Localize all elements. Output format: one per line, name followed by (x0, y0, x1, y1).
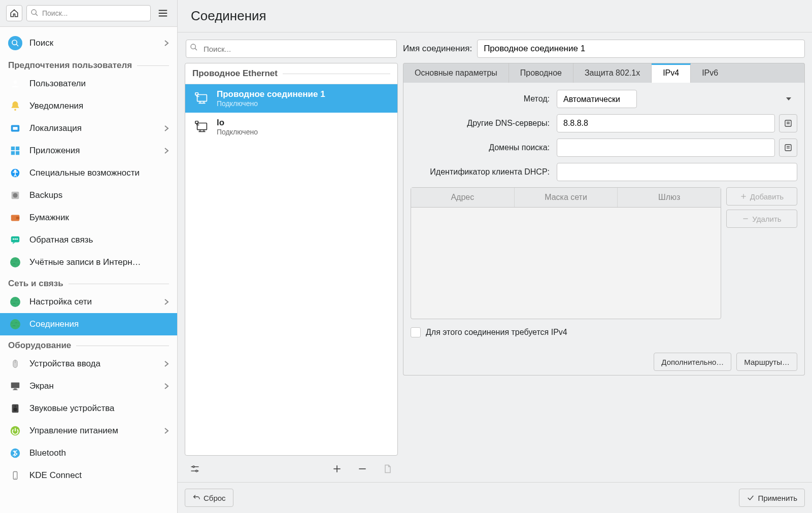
sidebar-item[interactable]: KDE Connect (0, 464, 177, 487)
sidebar-item[interactable]: Локализация (0, 117, 177, 140)
sidebar-item-label: KDE Connect (29, 470, 82, 481)
col-gateway: Шлюз (618, 188, 721, 207)
minus-icon (742, 215, 749, 222)
sidebar-item-label: Поиск (29, 38, 53, 48)
search-domains-input[interactable] (557, 139, 775, 157)
method-select[interactable]: Автоматически (557, 90, 637, 108)
sidebar-item[interactable]: Специальные возможности (0, 162, 177, 184)
remove-address-button[interactable]: Удалить (726, 210, 797, 228)
sidebar-item[interactable]: Устройства ввода (0, 353, 177, 375)
connection-details: Имя соединения: Основные параметрыПровод… (403, 40, 805, 482)
sidebar-item[interactable]: Экран (0, 375, 177, 397)
svg-rect-10 (13, 127, 17, 130)
apps-icon (8, 144, 22, 158)
svg-rect-53 (195, 121, 198, 124)
connection-title: lo (217, 118, 258, 128)
sidebar-search-item[interactable]: Поиск (0, 31, 177, 55)
col-address: Адрес (411, 188, 515, 207)
sidebar-item[interactable]: Учётные записи в Интерн… (0, 251, 177, 273)
svg-point-59 (196, 470, 197, 472)
dhcp-client-id-input[interactable] (557, 163, 797, 181)
connection-search-input[interactable] (186, 40, 397, 58)
sidebar-item-label: Устройства ввода (29, 359, 100, 369)
hamburger-icon (157, 8, 168, 19)
tab[interactable]: IPv6 (691, 63, 729, 83)
addresses-buttons: Добавить Удалить (726, 187, 797, 319)
flag-icon (8, 121, 22, 135)
connection-status: Подключено (217, 128, 258, 136)
dns-input[interactable] (557, 114, 775, 132)
svg-rect-49 (197, 123, 207, 130)
sidebar-item[interactable]: Бумажник (0, 207, 177, 229)
bell-icon (8, 99, 22, 113)
tab[interactable]: Основные параметры (403, 63, 509, 83)
add-connection-button[interactable] (330, 462, 344, 476)
advanced-button[interactable]: Дополнительно… (654, 353, 731, 371)
section-title: Предпочтения пользователя (8, 60, 132, 71)
edit-list-icon (784, 119, 793, 128)
sidebar-item[interactable]: Приложения (0, 140, 177, 162)
svg-point-23 (15, 238, 16, 240)
configure-button[interactable] (188, 462, 202, 476)
minus-icon (357, 464, 367, 474)
tab[interactable]: Защита 802.1x (573, 63, 652, 83)
routes-button[interactable]: Маршруты… (736, 353, 797, 371)
main-header: Соединения (178, 0, 812, 32)
apply-button[interactable]: Применить (739, 489, 805, 507)
sidebar-item[interactable]: Backups (0, 184, 177, 207)
svg-point-7 (14, 80, 17, 84)
chat-icon (8, 233, 22, 247)
hamburger-button[interactable] (155, 5, 171, 21)
connection-item[interactable]: Проводное соединение 1 Подключено (185, 84, 397, 113)
svg-rect-12 (16, 147, 19, 150)
search-domains-edit-button[interactable] (779, 139, 797, 157)
sidebar-item[interactable]: Соединения (0, 313, 177, 335)
svg-point-57 (193, 466, 194, 467)
sidebar-search-input[interactable] (26, 5, 151, 21)
connection-name-input[interactable] (477, 40, 805, 58)
sidebar-item-label: Приложения (29, 146, 80, 156)
add-address-button[interactable]: Добавить (726, 187, 797, 206)
svg-rect-14 (16, 151, 19, 155)
svg-point-8 (14, 109, 16, 111)
require-ipv4-checkbox[interactable] (411, 327, 421, 337)
export-connection-button[interactable] (381, 462, 395, 476)
home-icon (10, 9, 19, 18)
svg-rect-11 (11, 147, 15, 150)
power-icon (8, 424, 22, 438)
speaker-icon (8, 401, 22, 416)
sidebar-item[interactable]: Звуковые устройства (0, 397, 177, 420)
ipv4-footer: Дополнительно… Маршруты… (411, 350, 797, 371)
plus-icon (740, 193, 747, 200)
home-button[interactable] (6, 5, 22, 21)
section-header: Оборудование (0, 335, 177, 353)
svg-point-0 (31, 10, 36, 14)
dns-edit-button[interactable] (779, 114, 797, 132)
remove-connection-button[interactable] (355, 462, 369, 476)
plus-icon (332, 464, 342, 474)
check-icon (747, 494, 755, 502)
chevron-right-icon (164, 40, 169, 47)
main-body: Проводное Ethernet Проводное соединение … (178, 32, 812, 482)
svg-rect-13 (11, 151, 15, 155)
addresses-table[interactable]: Адрес Маска сети Шлюз (411, 187, 721, 319)
sidebar-item[interactable]: Пользователи (0, 73, 177, 95)
sidebar-item[interactable]: Обратная связь (0, 229, 177, 251)
sidebar-list: Поиск Предпочтения пользователяПользоват… (0, 27, 177, 491)
sidebar-item[interactable]: Bluetooth (0, 442, 177, 464)
svg-point-39 (15, 478, 16, 479)
section-header: Предпочтения пользователя (0, 55, 177, 73)
sidebar-item[interactable]: Уведомления (0, 95, 177, 117)
sidebar-item[interactable]: Управление питанием (0, 420, 177, 442)
tab[interactable]: Проводное (509, 63, 573, 83)
reset-button[interactable]: Сброс (185, 489, 233, 507)
mouse-icon (8, 357, 22, 371)
sidebar-item-label: Обратная связь (29, 235, 93, 245)
connection-item[interactable]: lo Подключено (185, 113, 397, 141)
tab[interactable]: IPv4 (652, 63, 691, 83)
page-title: Соединения (191, 8, 799, 24)
sidebar-item[interactable]: Настройка сети (0, 291, 177, 313)
svg-point-5 (12, 40, 17, 45)
sidebar-item-label: Настройка сети (29, 297, 92, 307)
sliders-icon (190, 464, 200, 474)
